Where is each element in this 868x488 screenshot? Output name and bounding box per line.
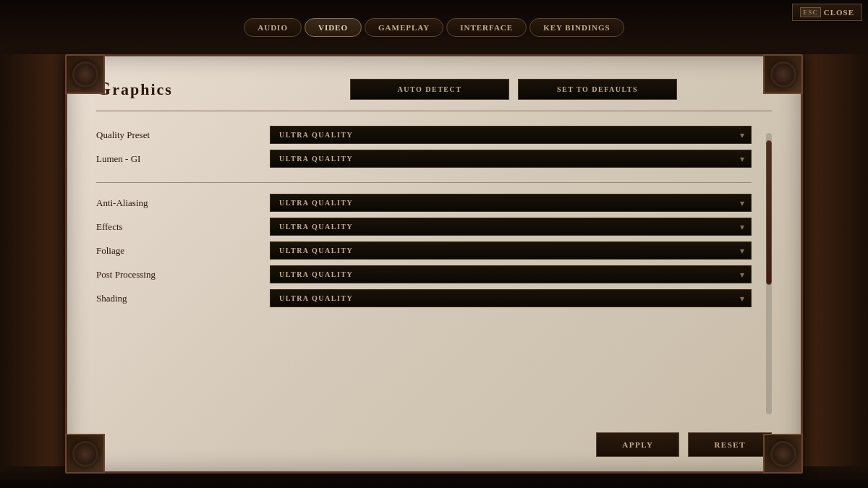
- corner-decoration-bl: [65, 434, 105, 474]
- set-defaults-button[interactable]: SET TO DEFAULTS: [518, 79, 677, 100]
- close-button[interactable]: ESC CLOSE: [792, 4, 862, 21]
- tab-keybindings[interactable]: KEY BINDINGS: [529, 18, 624, 37]
- setting-row-effects: Effects ULTRA QUALITY: [96, 218, 752, 236]
- scrollbar-track[interactable]: [766, 133, 772, 414]
- anti-aliasing-label: Anti-Aliasing: [96, 197, 270, 209]
- quality-group: Quality Preset ULTRA QUALITY Lumen - GI …: [96, 126, 752, 168]
- tab-gameplay[interactable]: GAMEPLAY: [365, 18, 443, 37]
- setting-row-post-processing: Post Processing ULTRA QUALITY: [96, 265, 752, 283]
- anti-aliasing-control: ULTRA QUALITY: [270, 194, 752, 212]
- quality-preset-label: Quality Preset: [96, 129, 270, 141]
- setting-row-quality-preset: Quality Preset ULTRA QUALITY: [96, 126, 752, 144]
- apply-button[interactable]: APPLY: [596, 432, 679, 457]
- section-header: Graphics AUTO DETECT SET TO DEFAULTS: [96, 78, 772, 111]
- auto-detect-button[interactable]: AUTO DETECT: [350, 79, 509, 100]
- effects-label: Effects: [96, 221, 270, 233]
- corner-decoration-tr: [763, 54, 803, 94]
- bottom-actions: APPLY RESET: [96, 421, 772, 457]
- top-navigation: AUDIO VIDEO GAMEPLAY INTERFACE KEY BINDI…: [0, 0, 868, 54]
- panel-content: Graphics AUTO DETECT SET TO DEFAULTS Qua…: [67, 56, 801, 471]
- quality-preset-control: ULTRA QUALITY: [270, 126, 752, 144]
- shading-label: Shading: [96, 293, 270, 304]
- lumen-gi-dropdown[interactable]: ULTRA QUALITY: [270, 150, 752, 168]
- setting-row-lumen-gi: Lumen - GI ULTRA QUALITY: [96, 150, 752, 168]
- post-processing-control: ULTRA QUALITY: [270, 265, 752, 283]
- anti-aliasing-dropdown[interactable]: ULTRA QUALITY: [270, 194, 752, 212]
- section-title: Graphics: [96, 78, 241, 100]
- effects-dropdown[interactable]: ULTRA QUALITY: [270, 218, 752, 236]
- settings-divider: [96, 182, 752, 183]
- settings-area: Quality Preset ULTRA QUALITY Lumen - GI …: [96, 126, 772, 421]
- foliage-label: Foliage: [96, 245, 270, 257]
- setting-row-foliage: Foliage ULTRA QUALITY: [96, 241, 752, 260]
- tab-bar: AUDIO VIDEO GAMEPLAY INTERFACE KEY BINDI…: [244, 18, 624, 37]
- settings-list: Quality Preset ULTRA QUALITY Lumen - GI …: [96, 126, 759, 421]
- tab-video[interactable]: VIDEO: [305, 18, 362, 37]
- header-buttons: AUTO DETECT SET TO DEFAULTS: [255, 79, 772, 100]
- post-processing-label: Post Processing: [96, 269, 270, 281]
- setting-row-shading: Shading ULTRA QUALITY: [96, 289, 752, 307]
- foliage-control: ULTRA QUALITY: [270, 241, 752, 260]
- shading-dropdown[interactable]: ULTRA QUALITY: [270, 289, 752, 307]
- scrollbar-thumb[interactable]: [766, 140, 772, 285]
- lumen-gi-label: Lumen - GI: [96, 153, 270, 165]
- quality-preset-dropdown[interactable]: ULTRA QUALITY: [270, 126, 752, 144]
- tab-audio[interactable]: AUDIO: [244, 18, 302, 37]
- reset-button[interactable]: RESET: [688, 432, 772, 457]
- settings-panel: Graphics AUTO DETECT SET TO DEFAULTS Qua…: [65, 54, 803, 474]
- lumen-gi-control: ULTRA QUALITY: [270, 150, 752, 168]
- corner-decoration-tl: [65, 54, 105, 94]
- post-processing-dropdown[interactable]: ULTRA QUALITY: [270, 265, 752, 283]
- corner-decoration-br: [763, 434, 803, 474]
- foliage-dropdown[interactable]: ULTRA QUALITY: [270, 241, 752, 260]
- setting-row-anti-aliasing: Anti-Aliasing ULTRA QUALITY: [96, 194, 752, 212]
- shading-control: ULTRA QUALITY: [270, 289, 752, 307]
- esc-key-label: ESC: [800, 7, 821, 17]
- close-label: CLOSE: [824, 8, 854, 17]
- detail-group: Anti-Aliasing ULTRA QUALITY Effects ULTR…: [96, 194, 752, 307]
- tab-interface[interactable]: INTERFACE: [446, 18, 527, 37]
- effects-control: ULTRA QUALITY: [270, 218, 752, 236]
